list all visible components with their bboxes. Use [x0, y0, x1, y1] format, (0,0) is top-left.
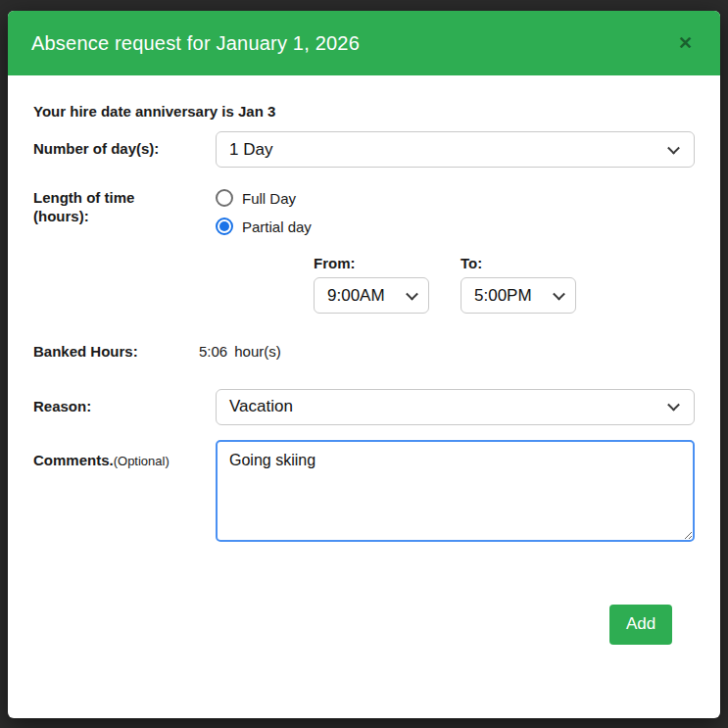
days-select[interactable]: 1 Day — [216, 131, 695, 168]
comments-label-text: Comments. — [33, 452, 114, 468]
reason-select[interactable]: Vacation — [216, 389, 695, 425]
radio-checked-icon — [216, 218, 233, 235]
to-group: To: 5:00PM — [461, 255, 576, 314]
length-radio-group: Full Day Partial day — [216, 189, 695, 235]
modal-body: Your hire date anniversary is Jan 3 Numb… — [8, 103, 720, 645]
banked-hours-label: Banked Hours: — [33, 343, 199, 362]
reason-row: Reason: Vacation — [33, 389, 695, 425]
from-group: From: 9:00AM — [314, 255, 429, 314]
time-range-row: From: 9:00AM To: 5:00PM — [314, 255, 695, 314]
to-label: To: — [461, 255, 576, 271]
length-label-line2: (hours): — [33, 208, 216, 226]
chevron-down-icon — [406, 287, 418, 300]
comments-row: Comments.(Optional) Going skiing — [33, 440, 695, 546]
modal-title: Absence request for January 1, 2026 — [31, 32, 674, 55]
add-button[interactable]: Add — [609, 605, 672, 645]
partial-day-radio-label: Partial day — [242, 218, 312, 235]
partial-day-radio[interactable]: Partial day — [216, 218, 695, 235]
from-time-select[interactable]: 9:00AM — [314, 277, 429, 314]
modal-header: Absence request for January 1, 2026 ✕ — [8, 11, 720, 75]
comments-textarea[interactable]: Going skiing — [216, 440, 695, 542]
reason-label: Reason: — [33, 398, 216, 416]
from-label: From: — [314, 255, 429, 271]
to-time-value: 5:00PM — [474, 286, 532, 306]
close-button[interactable]: ✕ — [674, 30, 697, 56]
days-label: Number of day(s): — [33, 140, 216, 159]
close-icon: ✕ — [678, 33, 693, 53]
modal-footer: Add — [33, 605, 695, 645]
length-of-time-row: Length of time (hours): Full Day Partial… — [33, 189, 695, 235]
chevron-down-icon — [667, 141, 680, 154]
reason-select-value: Vacation — [229, 397, 293, 416]
days-select-value: 1 Day — [229, 140, 272, 160]
comments-label: Comments.(Optional) — [33, 440, 216, 470]
number-of-days-row: Number of day(s): 1 Day — [33, 131, 695, 168]
banked-hours-row: Banked Hours: 5:06hour(s) — [33, 343, 695, 362]
from-time-value: 9:00AM — [327, 286, 385, 306]
radio-unchecked-icon — [216, 189, 233, 207]
length-label-line1: Length of time — [33, 189, 216, 208]
full-day-radio[interactable]: Full Day — [216, 189, 695, 207]
to-time-select[interactable]: 5:00PM — [461, 277, 576, 314]
chevron-down-icon — [553, 287, 565, 300]
full-day-radio-label: Full Day — [242, 190, 296, 207]
modal-backdrop: Absence request for January 1, 2026 ✕ Yo… — [0, 0, 728, 728]
hire-date-note: Your hire date anniversary is Jan 3 — [33, 103, 695, 120]
length-label: Length of time (hours): — [33, 189, 216, 226]
banked-hours-value: 5:06 — [199, 343, 227, 360]
banked-hours-unit: hour(s) — [234, 343, 281, 360]
absence-request-modal: Absence request for January 1, 2026 ✕ Yo… — [8, 11, 720, 718]
comments-optional-tag: (Optional) — [114, 454, 170, 468]
chevron-down-icon — [667, 399, 680, 412]
